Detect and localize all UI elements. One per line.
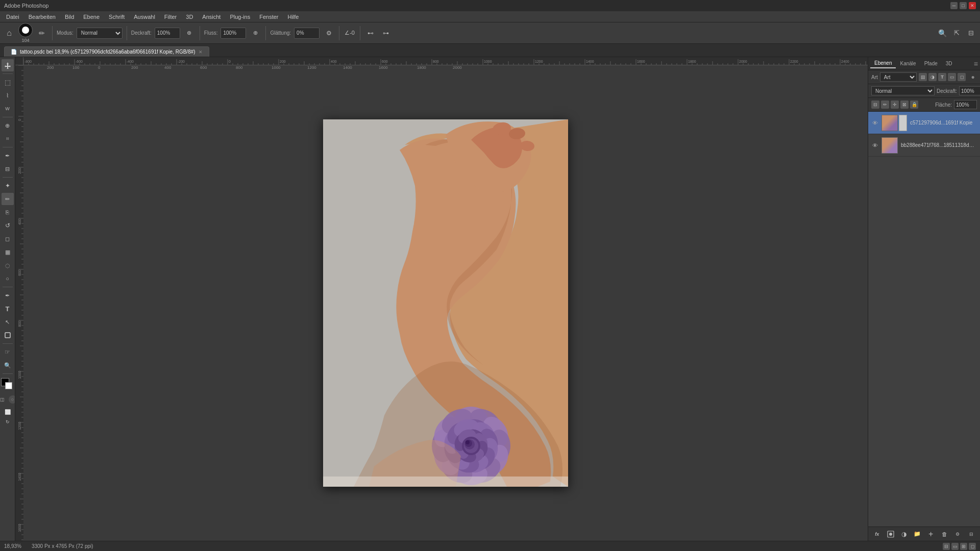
share-icon[interactable]: ⇱ [950,27,963,39]
svg-text:2000: 2000 [739,60,747,63]
filter-shape-icon[interactable]: ▭ [948,73,956,81]
menu-schrift[interactable]: Schrift [105,13,129,21]
new-layer-button[interactable]: + [926,529,936,539]
menu-auswahl[interactable]: Auswahl [130,13,159,21]
path-select-tool[interactable]: ↖ [2,316,14,328]
panel-expand-icon[interactable]: ≡ [974,60,978,68]
add-group-button[interactable]: 📁 [912,529,922,539]
menu-bild[interactable]: Bild [61,13,78,21]
layer-item[interactable]: 👁 c571297906d...1691f Kopie [868,112,980,134]
tab-pfade[interactable]: Pfade [920,59,942,68]
rotate-view[interactable]: ↻ [4,418,12,426]
canvas-image[interactable] [323,119,568,487]
modus-select[interactable]: Normal Abdunkeln Aufhellen Multipliziere… [77,28,122,39]
marquee-tool[interactable]: ⬚ [2,76,14,88]
text-tool[interactable]: T [2,303,14,315]
panel-toggle-icon[interactable]: ⊟ [965,27,977,39]
menu-ansicht[interactable]: Ansicht [198,13,225,21]
quick-select-tool[interactable]: W [2,103,14,115]
layer-settings-icon[interactable]: ⚙ [952,529,963,539]
shape-tool[interactable] [2,329,14,341]
background-color[interactable] [5,382,12,389]
grid-status-icon[interactable]: ⊞ [960,543,967,550]
pen-tool[interactable]: ✒ [2,289,14,302]
maximize-button[interactable]: □ [960,2,967,9]
lock-all-icon[interactable]: 🔒 [910,101,918,109]
search-icon[interactable]: 🔍 [936,27,948,39]
perspective-tool[interactable]: ⌗ [2,133,14,145]
tab-ebenen[interactable]: Ebenen [870,59,896,68]
frame-status-icon[interactable]: ▭ [951,543,959,550]
filter-smart-icon[interactable]: ◻ [958,73,966,81]
history-brush-tool[interactable]: ↺ [2,219,14,232]
brush-tool[interactable]: ✏ [2,193,14,205]
delete-layer-button[interactable]: 🗑 [939,529,949,539]
tab-3d[interactable]: 3D [942,59,957,68]
pencil-toggle-icon[interactable]: ✏ [36,27,48,39]
lock-transparent-icon[interactable]: ⊟ [871,101,879,109]
filter-adjust-icon[interactable]: ◑ [928,73,937,81]
fluss-input[interactable] [220,28,246,39]
pressure-flow-icon[interactable]: ⊕ [249,27,261,39]
opacity-input[interactable] [959,86,980,95]
add-adjustment-button[interactable]: ◑ [899,529,909,539]
tab-close-button[interactable]: ✕ [199,49,203,55]
symmetry-icon[interactable]: ⊷ [364,27,377,39]
filter-type-select[interactable]: Art Name Effekt Modus Attribut Farbe [880,72,917,82]
menu-fenster[interactable]: Fenster [255,13,282,21]
canvas-scroll[interactable]: 200 100 0 200 400 600 800 1000 1200 1400… [23,65,868,541]
brush-angle-icon[interactable]: ∠-0 [344,27,356,39]
filter-toggle-icon[interactable]: ● [969,73,977,81]
layer-visibility-toggle[interactable]: 👁 [871,119,878,127]
gradient-tool[interactable]: ▦ [2,246,14,258]
lock-artboard-icon[interactable]: ⊠ [900,101,909,109]
screen-mode-standard[interactable]: ⬜ [4,408,12,416]
menu-plugins[interactable]: Plug-ins [226,13,254,21]
add-fx-button[interactable]: fx [872,529,882,539]
eyedropper-tool[interactable]: ✒ [2,149,14,162]
dodge-tool[interactable]: ○ [2,272,14,285]
hand-tool[interactable]: ☞ [2,346,14,358]
symmetry2-icon[interactable]: ⊶ [380,27,392,39]
lock-image-icon[interactable]: ✏ [881,101,889,109]
screen-status-icon[interactable]: ◻ [969,543,976,550]
glattung-input[interactable] [294,28,320,39]
menu-3d[interactable]: 3D [182,13,197,21]
add-mask-button[interactable] [886,529,896,539]
blend-mode-select[interactable]: Normal Abdunkeln Multiplizieren Aufhelle… [871,86,935,95]
smoothing-settings-icon[interactable]: ⚙ [323,27,335,39]
filter-type-icon[interactable]: T [938,73,946,81]
color-swatches[interactable] [1,378,14,391]
timeline-icon[interactable]: ⊟ [966,529,976,539]
standard-colors-icon[interactable]: ◫ [0,395,7,404]
document-tab[interactable]: 📄 tattoo.psdc bei 18,9% (c571297906dcfd2… [4,46,209,57]
home-icon[interactable]: ⌂ [3,27,15,39]
menu-ebene[interactable]: Ebene [79,13,104,21]
healing-brush-tool[interactable]: ✦ [2,180,14,192]
brush-preview[interactable] [18,23,33,37]
pressure-opacity-icon[interactable]: ⊕ [183,27,195,39]
zoom-tool[interactable]: 🔍 [2,359,14,371]
blur-tool[interactable]: ◌ [2,259,14,271]
move-tool[interactable] [2,59,14,71]
menu-hilfe[interactable]: Hilfe [283,13,303,21]
ruler-tool[interactable]: ⊟ [2,163,14,175]
quick-mask-icon[interactable]: ○ [9,395,16,404]
layer-visibility-toggle[interactable]: 👁 [871,142,878,149]
filter-pixel-icon[interactable]: ▤ [919,73,927,81]
timeline-status-icon[interactable]: ⊟ [943,543,950,550]
layer-item[interactable]: 👁 bb288ee471f768...18511318da3aad [868,134,980,157]
clone-stamp-tool[interactable]: ⎘ [2,206,14,218]
minimize-button[interactable]: ─ [950,2,958,9]
deckraft-input[interactable] [155,28,180,39]
lasso-tool[interactable]: ⌇ [2,89,14,102]
crop-tool[interactable]: ⊕ [2,119,14,132]
menu-datei[interactable]: Datei [2,13,23,21]
close-button[interactable]: ✕ [969,2,976,9]
fill-input[interactable] [954,100,977,109]
eraser-tool[interactable]: ◻ [2,233,14,245]
menu-bearbeiten[interactable]: Bearbeiten [24,13,60,21]
tab-kanale[interactable]: Kanäle [896,59,920,68]
lock-position-icon[interactable]: ✛ [891,101,899,109]
menu-filter[interactable]: Filter [160,13,181,21]
